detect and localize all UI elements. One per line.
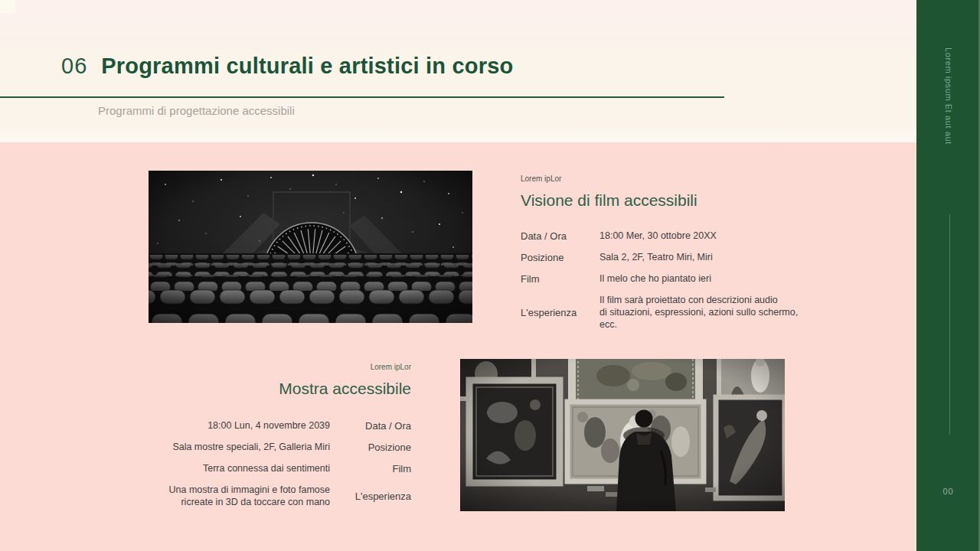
exhibition-info-block: Lorem ipLor Mostra accessibile 18:00 Lun…	[120, 363, 411, 508]
section-heading: Mostra accessibile	[120, 378, 411, 399]
row-value: Terra connessa dai sentimenti	[120, 462, 330, 474]
row-value: 18:00 Mer, 30 ottobre 20XX	[599, 230, 812, 242]
row-label: Posizione	[335, 442, 411, 453]
title-row: 06 Programmi culturali e artistici in co…	[61, 54, 513, 79]
row-value: Il melo che ho piantato ieri	[599, 272, 812, 285]
slide-body: THEATRE Lorem ipLor Visione di film acce…	[0, 142, 916, 551]
gallery-photo	[460, 359, 785, 511]
row-label: Data / Ora	[521, 230, 599, 242]
sidebar-vertical-text: Lorem ipsum Et aut aut	[944, 47, 953, 145]
page-title: Programmi culturali e artistici in corso	[101, 54, 513, 79]
film-info-block: Lorem ipLor Visione di film accessibili …	[521, 174, 812, 331]
sidebar-divider-line	[949, 214, 950, 435]
cinema-photo: THEATRE	[149, 171, 472, 323]
row-value: Una mostra di immagini e foto famose ric…	[120, 484, 330, 508]
page-subtitle: Programmi di progettazione accessibili	[98, 104, 295, 117]
row-label: Film	[521, 273, 599, 285]
detail-rows: 18:00 Lun, 4 novembre 2039 Data / Ora Sa…	[120, 419, 411, 508]
right-sidebar: Lorem ipsum Et aut aut 00	[916, 0, 980, 551]
slide-number: 06	[61, 54, 87, 79]
page-number: 00	[916, 487, 980, 496]
row-label: Posizione	[521, 252, 599, 263]
row-value: Il film sarà proiettato con descrizioni …	[599, 294, 812, 331]
detail-rows: Data / Ora 18:00 Mer, 30 ottobre 20XX Po…	[521, 230, 812, 331]
row-label: Data / Ora	[335, 420, 411, 432]
section-heading: Visione di film accessibili	[521, 190, 812, 211]
row-value: Sala mostre speciali, 2F, Galleria Miri	[120, 441, 330, 453]
title-underline	[0, 96, 724, 98]
row-label: L'esperienza	[335, 491, 411, 502]
corner-accent	[0, 0, 15, 13]
eyebrow-label: Lorem ipLor	[120, 363, 411, 372]
eyebrow-label: Lorem ipLor	[521, 174, 812, 184]
row-label: L'esperienza	[521, 307, 599, 318]
row-value: 18:00 Lun, 4 novembre 2039	[120, 419, 330, 432]
row-label: Film	[335, 463, 411, 474]
slide-header: 06 Programmi culturali e artistici in co…	[0, 0, 916, 142]
row-value: Sala 2, 2F, Teatro Miri, Miri	[599, 251, 812, 263]
